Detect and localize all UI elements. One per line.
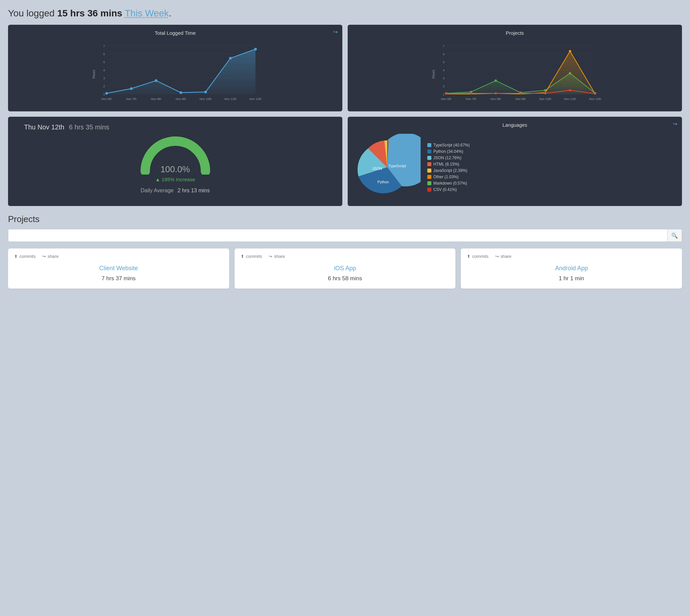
svg-point-59 (544, 92, 546, 94)
svg-text:7: 7 (103, 44, 105, 48)
svg-text:Nov 9th: Nov 9th (515, 97, 526, 101)
other-label: Other (1.03%) (433, 175, 458, 179)
up-arrow-icon: ▲ (155, 177, 160, 182)
languages-share-icon[interactable]: ↪ (673, 121, 677, 127)
daily-avg-value: 2 hrs 13 mins (178, 188, 210, 194)
svg-text:7: 7 (443, 44, 444, 48)
svg-text:3: 3 (443, 76, 444, 80)
daily-avg-label: Daily Average (141, 188, 173, 194)
project-0-commits[interactable]: ⬆ commits (14, 254, 36, 259)
svg-text:5: 5 (103, 61, 105, 64)
header-prefix: You logged (8, 8, 57, 18)
svg-point-20 (205, 91, 207, 93)
svg-text:6: 6 (103, 52, 105, 56)
svg-text:Nov 11th: Nov 11th (564, 97, 576, 101)
search-bar: 🔍 (8, 229, 682, 242)
svg-text:4: 4 (443, 69, 444, 72)
legend-python: Python (34.04%) (427, 149, 470, 154)
project-2-commits[interactable]: ⬆ commits (467, 254, 488, 259)
gauge-percent: 100.0% (160, 164, 190, 175)
project-1-time: 6 hrs 58 mins (241, 275, 450, 282)
project-card-1-actions: ⬆ commits ↪ share (241, 254, 450, 259)
project-2-time: 1 hr 1 min (467, 275, 676, 282)
share-label-0: share (47, 254, 59, 259)
search-input[interactable] (8, 229, 667, 242)
total-logged-share-icon[interactable]: ↪ (333, 29, 338, 35)
svg-point-21 (229, 57, 232, 60)
svg-text:Nov 7th: Nov 7th (466, 97, 476, 101)
daily-header: Thu Nov 12th 6 hrs 35 mins (14, 124, 109, 131)
projects-section: Projects 🔍 ⬆ commits ↪ share Client Webs… (8, 214, 682, 289)
typescript-label: TypeScript (40.67%) (433, 143, 470, 148)
svg-text:Hours: Hours (432, 70, 435, 79)
typescript-dot (427, 143, 431, 147)
project-0-share[interactable]: ↪ share (42, 254, 59, 259)
html-dot (427, 162, 431, 166)
header: You logged 15 hrs 36 mins This Week. (8, 8, 682, 19)
project-card-2: ⬆ commits ↪ share Android App 1 hr 1 min (461, 248, 682, 289)
daily-date: Thu Nov 12th (24, 124, 64, 131)
svg-text:Nov 8th: Nov 8th (151, 97, 161, 101)
svg-point-57 (495, 92, 497, 94)
share-icon-0: ↪ (42, 254, 46, 259)
svg-point-56 (470, 92, 472, 94)
legend-other: Other (1.03%) (427, 175, 470, 179)
legend-javascript: JavaScript (2.39%) (427, 168, 470, 173)
svg-text:5: 5 (443, 61, 444, 64)
search-button[interactable]: 🔍 (667, 229, 682, 242)
csv-dot (427, 188, 431, 192)
svg-text:2: 2 (103, 85, 105, 88)
project-1-share[interactable]: ↪ share (269, 254, 285, 259)
total-logged-chart: Total Logged Time ↪ Hours 7 6 5 4 3 2 (8, 25, 342, 111)
projects-grid: ⬆ commits ↪ share Client Website 7 hrs 3… (8, 248, 682, 289)
js-dot (427, 169, 431, 173)
header-suffix: . (169, 8, 171, 18)
json-label: JSON (12.76%) (433, 155, 461, 160)
total-logged-title: Total Logged Time (14, 30, 336, 36)
legend-csv: CSV (0.41%) (427, 187, 470, 192)
commits-icon-0: ⬆ (14, 254, 18, 259)
commits-label-0: commits (19, 254, 36, 259)
svg-marker-53 (446, 51, 595, 94)
svg-point-16 (105, 92, 108, 95)
markdown-dot (427, 181, 431, 185)
html-label: HTML (8.15%) (433, 162, 459, 167)
svg-text:Nov 11th: Nov 11th (224, 97, 236, 101)
svg-text:Nov 6th: Nov 6th (441, 97, 452, 101)
svg-point-58 (520, 92, 522, 94)
svg-point-55 (445, 93, 447, 95)
languages-title: Languages (354, 122, 676, 128)
svg-point-18 (155, 79, 158, 82)
project-0-name[interactable]: Client Website (14, 265, 223, 272)
project-2-name[interactable]: Android App (467, 265, 676, 272)
legend-markdown: Markdown (0.57%) (427, 181, 470, 185)
python-label: Python (34.04%) (433, 149, 463, 154)
languages-pie: JSON TypeScript Python (354, 134, 421, 201)
svg-point-48 (495, 80, 497, 82)
project-1-name[interactable]: iOS App (241, 265, 450, 272)
daily-time: 6 hrs 35 mins (69, 124, 109, 131)
total-logged-svg-container: Hours 7 6 5 4 3 2 1 (14, 39, 336, 107)
svg-text:1: 1 (443, 93, 444, 96)
this-week-link[interactable]: This Week (125, 8, 169, 18)
svg-text:3: 3 (103, 76, 105, 80)
svg-text:Python: Python (377, 180, 389, 184)
svg-text:Nov 12th: Nov 12th (249, 97, 262, 101)
svg-text:Hours: Hours (92, 70, 96, 79)
legend-html: HTML (8.15%) (427, 162, 470, 167)
project-2-share[interactable]: ↪ share (495, 254, 511, 259)
svg-point-22 (254, 48, 257, 50)
languages-card: Languages ↪ (348, 117, 682, 206)
commits-label-1: commits (246, 254, 262, 259)
svg-text:2: 2 (443, 85, 444, 88)
charts-grid: Total Logged Time ↪ Hours 7 6 5 4 3 2 (8, 25, 682, 111)
projects-heading: Projects (8, 214, 682, 224)
project-1-commits[interactable]: ⬆ commits (241, 254, 262, 259)
svg-text:6: 6 (443, 52, 444, 56)
js-label: JavaScript (2.39%) (433, 168, 467, 173)
svg-text:Nov 10th: Nov 10th (200, 97, 211, 101)
svg-text:TypeScript: TypeScript (389, 164, 406, 168)
commits-icon-1: ⬆ (241, 254, 244, 259)
svg-text:Nov 6th: Nov 6th (101, 97, 112, 101)
svg-text:Nov 8th: Nov 8th (490, 97, 501, 101)
